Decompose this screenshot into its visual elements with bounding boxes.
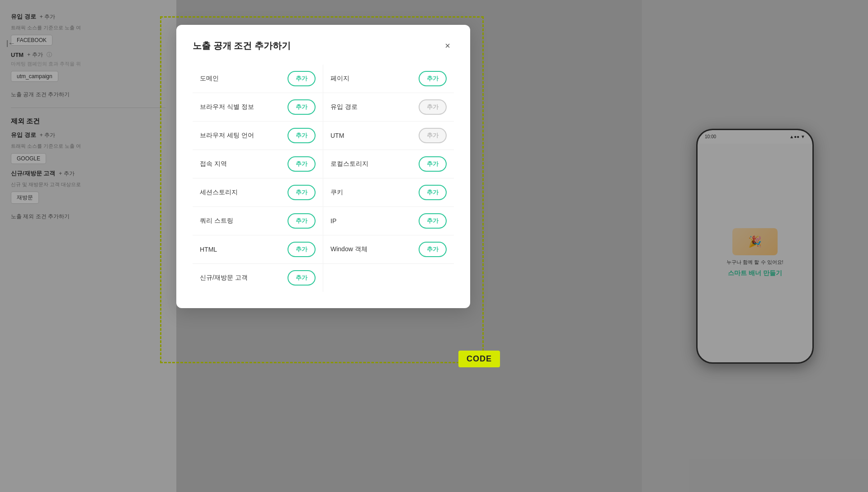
ip-add-button[interactable]: 추가 [419, 213, 447, 229]
modal-cell-utm: UTM 추가 [323, 122, 454, 150]
cookie-add-button[interactable]: 추가 [419, 185, 447, 200]
modal-cell-cookie: 쿠키 추가 [323, 178, 454, 207]
page-add-button[interactable]: 추가 [419, 71, 447, 86]
modal-cell-entry-path: 유입 경로 추가 [323, 93, 454, 122]
modal-cell-page: 페이지 추가 [323, 65, 454, 93]
browser-id-label: 브라우저 식별 정보 [200, 103, 254, 111]
new-return-modal-add-button[interactable]: 추가 [288, 270, 316, 286]
modal-cell-domain: 도메인 추가 [193, 65, 323, 93]
modal-cell-window: Window 객체 추가 [323, 235, 454, 264]
browser-lang-add-button[interactable]: 추가 [288, 128, 316, 143]
utm-modal-add-button: 추가 [419, 128, 447, 143]
domain-label: 도메인 [200, 75, 219, 83]
modal-title: 노출 공개 조건 추가하기 [193, 40, 291, 52]
modal-cell-ip: IP 추가 [323, 207, 454, 235]
modal-cell-query: 쿼리 스트링 추가 [193, 207, 323, 235]
query-label: 쿼리 스트링 [200, 217, 233, 225]
domain-add-button[interactable]: 추가 [288, 71, 316, 86]
sessionstorage-label: 세션스토리지 [200, 188, 238, 197]
modal-cell-browser-lang: 브라우저 세팅 언어 추가 [193, 122, 323, 150]
modal-cell-sessionstorage: 세션스토리지 추가 [193, 178, 323, 207]
sessionstorage-add-button[interactable]: 추가 [288, 185, 316, 200]
modal-cell-region: 접속 지역 추가 [193, 150, 323, 178]
localstorage-add-button[interactable]: 추가 [419, 156, 447, 172]
utm-modal-label: UTM [330, 132, 344, 139]
localstorage-label: 로컬스토리지 [330, 160, 368, 168]
window-add-button[interactable]: 추가 [419, 242, 447, 257]
modal-cell-empty [323, 264, 454, 292]
browser-lang-label: 브라우저 세팅 언어 [200, 131, 254, 140]
page-label: 페이지 [330, 75, 349, 83]
entry-path-modal-add-button: 추가 [419, 99, 447, 115]
modal-cell-localstorage: 로컬스토리지 추가 [323, 150, 454, 178]
query-add-button[interactable]: 추가 [288, 213, 316, 229]
modal-cell-html: HTML 추가 [193, 235, 323, 264]
modal-cell-browser-id: 브라우저 식별 정보 추가 [193, 93, 323, 122]
region-label: 접속 지역 [200, 160, 227, 168]
html-add-button[interactable]: 추가 [288, 242, 316, 257]
entry-path-modal-label: 유입 경로 [330, 103, 358, 111]
region-add-button[interactable]: 추가 [288, 156, 316, 172]
ip-label: IP [330, 217, 336, 225]
close-button[interactable]: × [441, 39, 454, 52]
browser-id-add-button[interactable]: 추가 [288, 99, 316, 115]
cookie-label: 쿠키 [330, 188, 343, 197]
modal-cell-new-return: 신규/재방문 고객 추가 [193, 264, 323, 292]
code-badge[interactable]: CODE [458, 351, 500, 367]
modal-header: 노출 공개 조건 추가하기 × [193, 39, 454, 52]
modal-grid: 도메인 추가 페이지 추가 브라우저 식별 정보 추가 유입 경로 추가 브라우… [193, 65, 454, 292]
modal-container: 노출 공개 조건 추가하기 × 도메인 추가 페이지 추가 브라우저 식별 정보… [176, 25, 470, 308]
html-label: HTML [200, 246, 217, 253]
new-return-modal-label: 신규/재방문 고객 [200, 274, 248, 282]
window-label: Window 객체 [330, 245, 368, 253]
